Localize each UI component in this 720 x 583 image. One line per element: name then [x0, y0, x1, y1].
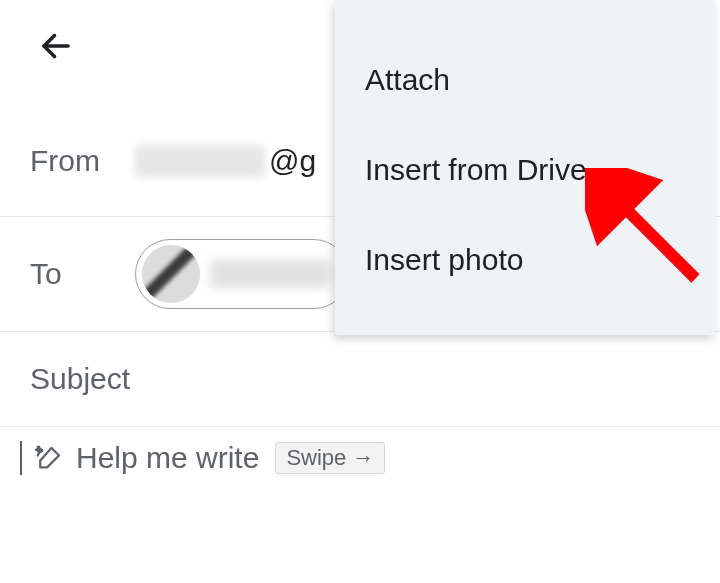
from-label: From: [30, 122, 135, 178]
avatar: [142, 245, 200, 303]
subject-label: Subject: [30, 362, 135, 396]
redacted-sender: [135, 145, 265, 177]
to-label: To: [30, 257, 135, 291]
redacted-recipient: [210, 260, 330, 288]
help-me-write-row[interactable]: Help me write Swipe →: [0, 427, 720, 489]
attach-menu: Attach Insert from Drive Insert photo: [335, 0, 715, 335]
menu-item-insert-photo[interactable]: Insert photo: [335, 215, 715, 305]
back-arrow-icon[interactable]: [38, 28, 74, 64]
swipe-label: Swipe: [286, 445, 346, 471]
pencil-sparkle-icon: [34, 443, 64, 473]
swipe-hint: Swipe →: [275, 442, 385, 474]
arrow-right-icon: →: [352, 447, 374, 469]
from-domain: @g: [269, 144, 316, 178]
menu-item-insert-from-drive[interactable]: Insert from Drive: [335, 125, 715, 215]
text-cursor: [20, 441, 22, 475]
recipient-chip[interactable]: [135, 239, 349, 309]
menu-item-attach[interactable]: Attach: [335, 35, 715, 125]
subject-row[interactable]: Subject: [0, 332, 720, 427]
help-me-write-text: Help me write: [76, 441, 259, 475]
